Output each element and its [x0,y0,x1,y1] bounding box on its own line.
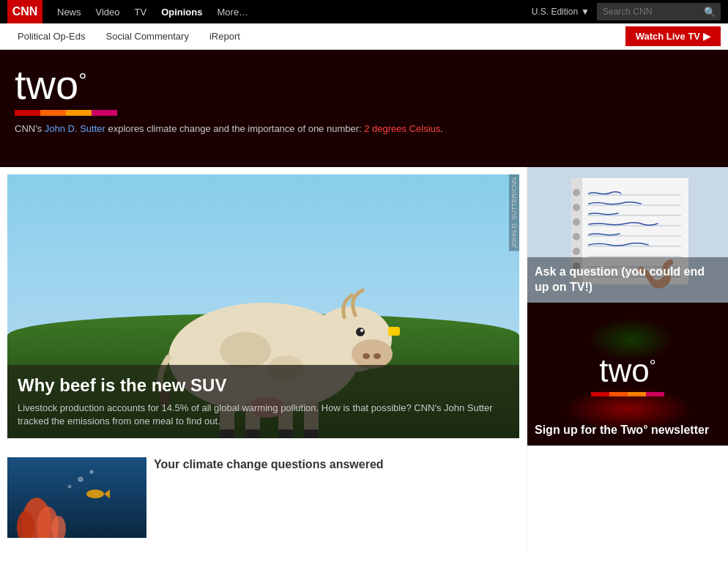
featured-title[interactable]: Why beef is the new SUV [18,375,509,396]
sub-navigation: Political Op-Eds Social Commentary iRepo… [0,23,728,50]
svg-point-37 [573,233,580,240]
nav-tv[interactable]: TV [127,0,155,23]
svg-point-35 [573,204,580,211]
photo-credit: JOHN D. SUTTER/CNN [509,174,519,251]
search-bar: 🔍 [597,3,721,21]
svg-point-4 [374,353,381,359]
secondary-text: Your climate change questions answered [154,457,384,473]
nav-links: News Video TV Opinions More… [50,0,532,23]
svg-point-6 [360,329,363,332]
coral-illustration [7,457,146,538]
nav-video[interactable]: Video [89,0,127,23]
sidebar-top-caption: Ask a question (you could end up on TV!) [527,257,728,303]
hero-subtitle: CNN's John D. Sutter explores climate ch… [15,123,713,134]
cnn-logo[interactable]: CNN [7,0,42,23]
svg-point-34 [573,189,580,196]
top-navigation: CNN News Video TV Opinions More… U.S. Ed… [0,0,728,23]
svg-point-28 [78,477,83,481]
svg-point-5 [356,328,365,336]
two-degree-logo: two° [15,64,713,106]
edition-selector[interactable]: U.S. Edition ▼ [532,7,590,17]
subnav-ireport[interactable]: iReport [199,23,250,50]
subnav-political-op-eds[interactable]: Political Op-Eds [7,23,95,50]
svg-point-26 [86,490,104,498]
featured-caption: Why beef is the new SUV Livestock produc… [7,365,519,438]
svg-rect-7 [388,327,400,336]
search-input[interactable] [597,7,699,17]
svg-point-8 [220,332,271,369]
content-area: JOHN D. SUTTER/CNN Why beef is the new S… [0,167,728,553]
nav-more[interactable]: More… [210,0,256,23]
sidebar-bottom-caption: Sign up for the Two° newsletter [527,416,728,446]
nav-news[interactable]: News [50,0,89,23]
chevron-down-icon: ▼ [581,7,590,17]
author-link[interactable]: John D. Sutter [45,123,105,134]
color-bar [15,110,117,116]
svg-point-3 [363,353,370,359]
top-nav-right: U.S. Edition ▼ 🔍 [532,3,721,21]
subnav-social-commentary[interactable]: Social Commentary [95,23,198,50]
svg-point-36 [573,218,580,226]
svg-point-30 [68,485,71,488]
featured-article[interactable]: JOHN D. SUTTER/CNN Why beef is the new S… [7,174,519,438]
ask-question-title[interactable]: Ask a question (you could end up on TV!) [535,265,721,295]
sidebar: Ask a question (you could end up on TV!)… [527,167,728,553]
secondary-thumbnail [7,457,146,538]
hero-banner: two° CNN's John D. Sutter explores clima… [0,50,728,167]
sidebar-newsletter[interactable]: two° Sign up for the Two° newsletter [527,303,728,446]
watch-live-button[interactable]: Watch Live TV ▶ [625,26,721,46]
nav-opinions[interactable]: Opinions [154,0,209,23]
secondary-article[interactable]: Your climate change questions answered [7,450,519,545]
main-content: JOHN D. SUTTER/CNN Why beef is the new S… [0,167,527,553]
secondary-title[interactable]: Your climate change questions answered [154,457,384,473]
featured-description: Livestock production accounts for 14.5% … [18,402,509,428]
svg-point-38 [573,248,580,255]
search-button[interactable]: 🔍 [699,7,721,18]
sidebar-ask-question[interactable]: Ask a question (you could end up on TV!) [527,167,728,303]
svg-point-29 [90,470,93,473]
newsletter-title[interactable]: Sign up for the Two° newsletter [535,423,721,438]
highlight-link[interactable]: 2 degrees Celsius [364,123,440,134]
play-icon: ▶ [703,31,710,42]
